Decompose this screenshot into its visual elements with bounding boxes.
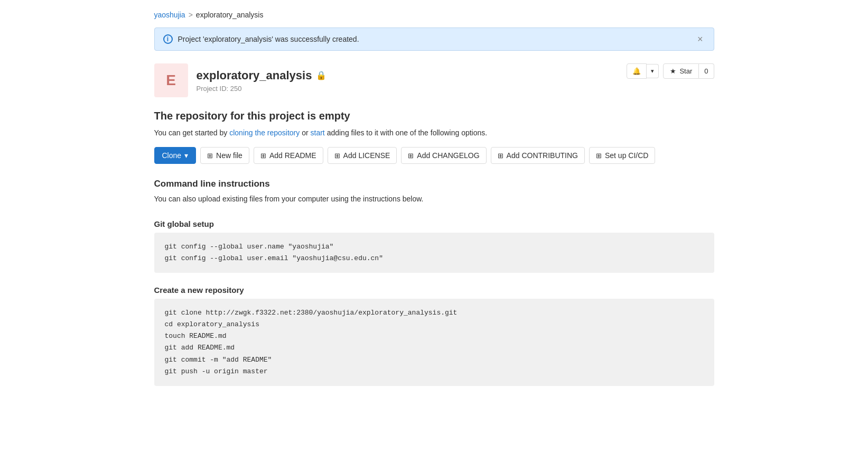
add-license-icon: ⊞ bbox=[334, 152, 340, 160]
command-line-description: You can also upload existing files from … bbox=[154, 194, 714, 205]
clone-label: Clone bbox=[162, 151, 182, 160]
star-icon: ★ bbox=[670, 67, 676, 75]
project-info: exploratory_analysis 🔒 Project ID: 250 bbox=[197, 69, 327, 93]
add-changelog-label: Add CHANGELOG bbox=[417, 151, 479, 160]
setup-cicd-icon: ⊞ bbox=[596, 152, 602, 160]
alert-content: i Project 'exploratory_analysis' was suc… bbox=[163, 34, 359, 44]
add-contributing-icon: ⊞ bbox=[498, 152, 503, 160]
new-file-button[interactable]: ⊞ New file bbox=[200, 147, 249, 164]
empty-repo-heading: The repository for this project is empty bbox=[154, 110, 714, 122]
create-repo-line-2: cd exploratory_analysis bbox=[165, 319, 704, 330]
project-id: Project ID: 250 bbox=[197, 85, 327, 93]
new-file-icon: ⊞ bbox=[207, 152, 213, 160]
star-button[interactable]: ★ Star bbox=[663, 63, 699, 79]
breadcrumb: yaoshujia > exploratory_analysis bbox=[154, 11, 714, 19]
alert-banner: i Project 'exploratory_analysis' was suc… bbox=[154, 27, 714, 51]
clone-button[interactable]: Clone ▾ bbox=[154, 147, 197, 164]
create-repo-line-3: touch README.md bbox=[165, 330, 704, 342]
create-repo-line-5: git commit -m "add README" bbox=[165, 354, 704, 366]
git-global-heading: Git global setup bbox=[154, 219, 714, 228]
clone-dropdown-icon: ▾ bbox=[184, 151, 188, 160]
create-repo-line-6: git push -u origin master bbox=[165, 366, 704, 378]
project-header-left: E exploratory_analysis 🔒 Project ID: 250 bbox=[154, 63, 327, 97]
star-label: Star bbox=[679, 67, 692, 75]
star-count: 0 bbox=[699, 63, 714, 79]
empty-repo-description: You can get started by cloning the repos… bbox=[154, 127, 714, 139]
project-header-right: 🔔 ▾ ★ Star 0 bbox=[627, 63, 714, 79]
alert-close-button[interactable]: × bbox=[695, 34, 705, 44]
command-line-section: Command line instructions You can also u… bbox=[154, 179, 714, 386]
add-contributing-label: Add CONTRIBUTING bbox=[507, 151, 578, 160]
setup-cicd-label: Set up CI/CD bbox=[605, 151, 648, 160]
create-repo-line-1: git clone http://zwgk.f3322.net:2380/yao… bbox=[165, 307, 704, 319]
add-readme-icon: ⊞ bbox=[260, 152, 266, 160]
breadcrumb-separator: > bbox=[189, 11, 193, 19]
add-license-label: Add LICENSE bbox=[343, 151, 390, 160]
add-license-button[interactable]: ⊞ Add LICENSE bbox=[328, 147, 397, 164]
new-file-label: New file bbox=[216, 151, 242, 160]
project-header: E exploratory_analysis 🔒 Project ID: 250… bbox=[154, 63, 714, 97]
create-repo-code-block: git clone http://zwgk.f3322.net:2380/yao… bbox=[154, 299, 714, 386]
breadcrumb-user[interactable]: yaoshujia bbox=[154, 11, 185, 19]
create-repo-heading: Create a new repository bbox=[154, 286, 714, 294]
breadcrumb-project: exploratory_analysis bbox=[196, 11, 264, 19]
project-title: exploratory_analysis 🔒 bbox=[197, 69, 327, 82]
notification-bell-button[interactable]: 🔔 bbox=[627, 63, 647, 79]
empty-repo-section: The repository for this project is empty… bbox=[154, 110, 714, 164]
lock-icon: 🔒 bbox=[316, 70, 326, 80]
create-repo-line-4: git add README.md bbox=[165, 342, 704, 354]
add-changelog-icon: ⊞ bbox=[408, 152, 414, 160]
info-icon: i bbox=[163, 34, 173, 44]
setup-cicd-button[interactable]: ⊞ Set up CI/CD bbox=[589, 147, 655, 164]
git-global-line-1: git config --global user.name "yaoshujia… bbox=[165, 241, 704, 253]
clone-link[interactable]: cloning the repository bbox=[229, 128, 300, 137]
command-line-heading: Command line instructions bbox=[154, 179, 714, 189]
git-global-line-2: git config --global user.email "yaoshuji… bbox=[165, 253, 704, 264]
action-buttons: Clone ▾ ⊞ New file ⊞ Add README ⊞ Add LI… bbox=[154, 147, 714, 164]
bell-icon: 🔔 bbox=[632, 67, 641, 75]
add-changelog-button[interactable]: ⊞ Add CHANGELOG bbox=[401, 147, 486, 164]
add-readme-button[interactable]: ⊞ Add README bbox=[254, 147, 323, 164]
project-avatar: E bbox=[154, 63, 188, 97]
notification-dropdown-button[interactable]: ▾ bbox=[647, 64, 659, 78]
add-contributing-button[interactable]: ⊞ Add CONTRIBUTING bbox=[491, 147, 585, 164]
git-global-code-block: git config --global user.name "yaoshujia… bbox=[154, 233, 714, 273]
start-link[interactable]: start bbox=[311, 128, 325, 137]
alert-message: Project 'exploratory_analysis' was succe… bbox=[178, 35, 359, 43]
add-readme-label: Add README bbox=[269, 151, 316, 160]
